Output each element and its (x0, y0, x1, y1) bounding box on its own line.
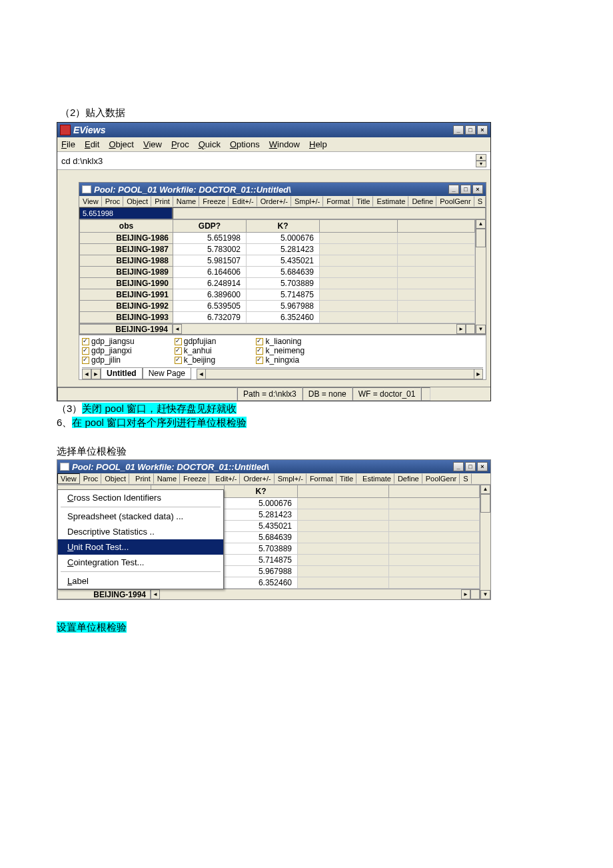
tb2-estimate[interactable]: Estimate (359, 473, 394, 484)
tb-print[interactable]: Print (151, 196, 173, 207)
vscroll2-up[interactable]: ▲ (480, 485, 490, 494)
menu-proc[interactable]: Proc (171, 139, 189, 149)
tb-freeze[interactable]: Freeze (199, 196, 229, 207)
tb-title[interactable]: Title (353, 196, 373, 207)
menu-options[interactable]: Options (230, 139, 260, 149)
tb-order[interactable]: Order+/- (257, 196, 291, 207)
window-resize-grip[interactable] (421, 387, 430, 401)
resize-grip-2[interactable] (470, 589, 480, 599)
resize-grip[interactable] (466, 324, 475, 334)
tb2-smpl[interactable]: Smpl+/- (275, 473, 306, 484)
tb2-format[interactable]: Format (306, 473, 336, 484)
pool2-minimize-button[interactable]: _ (453, 462, 464, 471)
cmd-history-down[interactable]: ▼ (476, 161, 486, 167)
mini-scroll-right[interactable]: ► (474, 369, 483, 379)
mini-scroll-left[interactable]: ◄ (197, 369, 206, 379)
list-item[interactable]: gdp_jilin (82, 355, 135, 365)
menu-cointegration[interactable]: Cointegration Test... (58, 555, 223, 570)
pool-minimize-button[interactable]: _ (448, 185, 459, 194)
pool2-close-button[interactable]: × (477, 462, 488, 471)
formula-bar[interactable] (173, 207, 486, 219)
pool2-maximize-button[interactable]: □ (465, 462, 476, 471)
list-item[interactable]: k_anhui (175, 346, 217, 355)
col-obs[interactable]: obs (80, 220, 173, 233)
vscroll-down[interactable]: ▼ (476, 325, 486, 334)
tab-untitled[interactable]: Untitled (101, 368, 143, 379)
tab-nav-right[interactable]: ► (91, 369, 101, 379)
close-button[interactable]: × (477, 125, 488, 135)
hscroll-left[interactable]: ◄ (173, 324, 182, 334)
list-item[interactable]: gdpfujian (175, 337, 217, 346)
menu-object[interactable]: Object (109, 139, 134, 149)
vscroll2-thumb[interactable] (480, 494, 490, 513)
tb2-name[interactable]: Name (154, 473, 180, 484)
list-item[interactable]: gdp_jiangsu (82, 337, 135, 346)
menu-cross-section[interactable]: Cross Section Identifiers (58, 490, 223, 505)
tb-name[interactable]: Name (173, 196, 199, 207)
pool-maximize-button[interactable]: □ (460, 185, 471, 194)
list-item[interactable]: k_ningxia (256, 355, 305, 365)
check-icon (175, 347, 182, 355)
vertical-scrollbar-2[interactable]: ▲ ▼ (480, 485, 490, 599)
tb-object[interactable]: Object (123, 196, 151, 207)
minimize-button[interactable]: _ (453, 125, 464, 135)
menu-unit-root-test[interactable]: Unit Root Test... (58, 539, 223, 555)
menu-spreadsheet[interactable]: Spreadsheet (stacked data) ... (58, 509, 223, 524)
list-item[interactable]: k_beijing (175, 355, 217, 365)
menu-view[interactable]: View (143, 139, 162, 149)
tb2-edit[interactable]: Edit+/- (212, 473, 240, 484)
list-item[interactable]: k_neimeng (256, 346, 305, 355)
menu-file[interactable]: File (61, 139, 75, 149)
command-line[interactable]: cd d:\nklx3 ▲ ▼ (57, 151, 490, 170)
list-item[interactable]: gdp_jiangxi (82, 346, 135, 355)
hscroll-track[interactable] (182, 324, 456, 334)
row2-header-last[interactable]: BEIJING-1994 (57, 589, 151, 599)
menu-window[interactable]: Window (269, 139, 300, 149)
tb2-poolgenr[interactable]: PoolGenr (422, 473, 460, 484)
menubar: File Edit Object View Proc Quick Options… (57, 137, 490, 151)
tab-nav-left[interactable]: ◄ (82, 369, 91, 379)
col-k[interactable]: K? (247, 220, 320, 233)
tb-view[interactable]: View (79, 196, 102, 207)
tb-edit[interactable]: Edit+/- (229, 196, 257, 207)
tb-format[interactable]: Format (323, 196, 353, 207)
hscroll-right[interactable]: ► (456, 324, 466, 334)
tb2-print[interactable]: Print (132, 473, 154, 484)
menu-edit[interactable]: Edit (85, 139, 99, 149)
col2-k[interactable]: K? (225, 485, 298, 498)
menu-help[interactable]: Help (309, 139, 327, 149)
vscroll2-down[interactable]: ▼ (480, 590, 490, 599)
mini-scroll-track[interactable] (206, 369, 474, 379)
pool-close-button[interactable]: × (472, 185, 483, 194)
vscroll-up[interactable]: ▲ (476, 219, 486, 229)
tb2-proc[interactable]: Proc (80, 473, 102, 484)
maximize-button[interactable]: □ (465, 125, 476, 135)
tb2-title[interactable]: Title (336, 473, 356, 484)
menu-quick[interactable]: Quick (199, 139, 221, 149)
tb2-s[interactable]: S (460, 473, 471, 484)
tb-poolgenr[interactable]: PoolGenr (436, 196, 474, 207)
tb-proc[interactable]: Proc (102, 196, 124, 207)
tb-define[interactable]: Define (408, 196, 436, 207)
col-gdp[interactable]: GDP? (173, 220, 247, 233)
vscroll-thumb[interactable] (476, 229, 486, 247)
active-cell-value[interactable]: 5.651998 (79, 207, 173, 219)
tab-new-page[interactable]: New Page (143, 368, 191, 379)
tb2-view[interactable]: View (57, 473, 80, 484)
tb2-order[interactable]: Order+/- (240, 473, 274, 484)
tb2-define[interactable]: Define (394, 473, 422, 484)
row-header-last[interactable]: BEIJING-1994 (79, 324, 173, 334)
tb-smpl[interactable]: Smpl+/- (291, 196, 323, 207)
tb-s[interactable]: S (474, 196, 486, 207)
hscroll2-left[interactable]: ◄ (151, 589, 160, 599)
hscroll2-track[interactable] (160, 589, 461, 599)
menu-descriptive[interactable]: Descriptive Statistics .. (58, 524, 223, 539)
tb2-object[interactable]: Object (101, 473, 129, 484)
menu-label[interactable]: Label (58, 573, 223, 589)
cmd-history-up[interactable]: ▲ (476, 154, 486, 161)
tb2-freeze[interactable]: Freeze (180, 473, 209, 484)
tb-estimate[interactable]: Estimate (374, 196, 409, 207)
list-item[interactable]: k_liaoning (256, 337, 305, 346)
hscroll2-right[interactable]: ► (461, 589, 470, 599)
vertical-scrollbar[interactable]: ▲ ▼ (475, 219, 486, 334)
